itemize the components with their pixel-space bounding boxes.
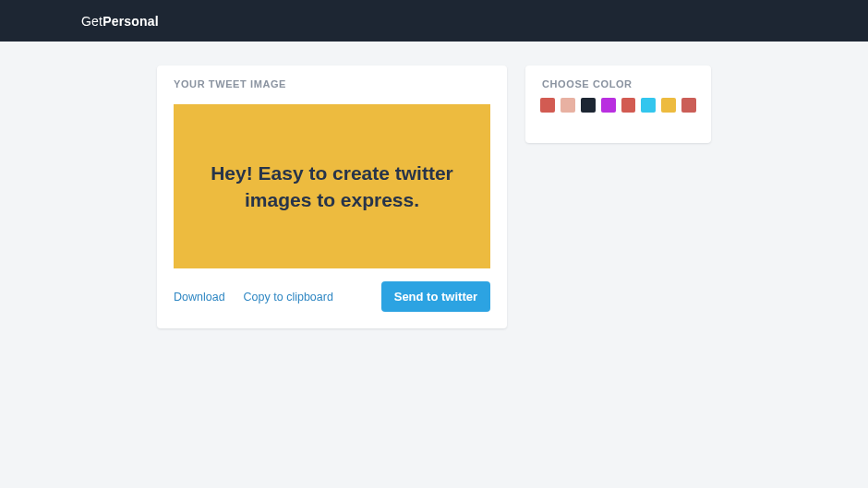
brand-bold: Personal [102,14,159,29]
download-link[interactable]: Download [174,291,225,304]
tweet-card-body: Hey! Easy to create twitter images to ex… [157,91,507,328]
navbar: GetPersonal [0,0,868,42]
color-card-title: CHOOSE COLOR [525,65,711,91]
color-swatch-row [525,91,711,122]
tweet-actions: Download Copy to clipboard Send to twitt… [174,281,490,312]
color-swatch[interactable] [581,98,596,113]
brand-prefix: Get [81,14,102,29]
choose-color-card: CHOOSE COLOR [525,65,711,143]
brand: GetPersonal [81,14,159,29]
copy-to-clipboard-link[interactable]: Copy to clipboard [244,291,333,304]
color-swatch[interactable] [681,98,696,113]
color-swatch[interactable] [641,98,656,113]
tweet-image-preview: Hey! Easy to create twitter images to ex… [174,104,490,268]
tweet-card-title: YOUR TWEET IMAGE [157,65,507,91]
tweet-image-card: YOUR TWEET IMAGE Hey! Easy to create twi… [157,65,507,328]
color-swatch[interactable] [561,98,575,113]
color-swatch[interactable] [540,98,555,113]
color-swatch[interactable] [661,98,676,113]
send-to-twitter-button[interactable]: Send to twitter [381,281,490,312]
tweet-image-text: Hey! Easy to create twitter images to ex… [192,160,472,214]
color-swatch[interactable] [621,98,636,113]
page-content: YOUR TWEET IMAGE Hey! Easy to create twi… [0,42,868,328]
color-swatch[interactable] [601,98,616,113]
